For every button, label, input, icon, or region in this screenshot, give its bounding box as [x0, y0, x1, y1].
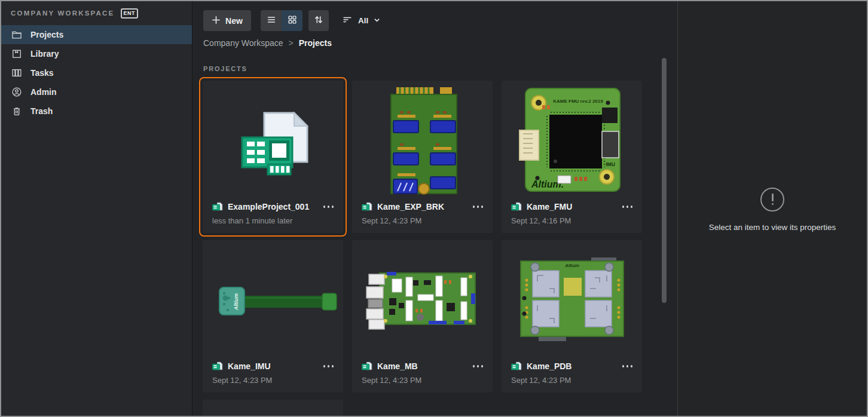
main-content: New All: [192, 1, 677, 416]
project-card-exampleproject-001[interactable]: ExampleProject_001 less than 1 minute la…: [203, 81, 343, 233]
view-toggle: [261, 10, 302, 31]
project-meta: Kame_MB Sept 12, 4:23 PM: [352, 360, 493, 385]
workspace-header: COMPANY WORKSPACE ENT: [1, 1, 192, 25]
app-window: COMPANY WORKSPACE ENT Projects Library T…: [0, 0, 868, 417]
vertical-scrollbar-thumb[interactable]: [662, 58, 667, 303]
project-modified: Sept 12, 4:16 PM: [511, 216, 632, 225]
filter-dropdown[interactable]: All: [342, 10, 380, 31]
more-menu-icon[interactable]: [622, 361, 633, 371]
section-label: PROJECTS: [203, 65, 247, 72]
breadcrumb-workspace[interactable]: Company Workspace: [203, 38, 283, 48]
project-thumbnail: Altium: [502, 240, 642, 360]
project-meta: ExampleProject_001 less than 1 minute la…: [203, 200, 343, 225]
project-name: Kame_IMU: [228, 361, 319, 371]
project-thumbnail: [203, 81, 343, 200]
filter-icon: [342, 14, 353, 27]
project-thumbnail: KAME FMU rev.2 2019 IMU Altium.: [502, 81, 642, 200]
plan-badge: ENT: [121, 8, 139, 19]
kanban-icon: [11, 67, 23, 79]
breadcrumb-separator: >: [289, 38, 294, 48]
project-name: Kame_PDB: [527, 361, 618, 371]
sidebar-item-admin[interactable]: Admin: [1, 82, 192, 102]
sort-button[interactable]: [308, 10, 329, 31]
plus-icon: [212, 16, 221, 26]
project-card-kame-fmu[interactable]: KAME FMU rev.2 2019 IMU Altium.: [502, 81, 642, 233]
project-modified: Sept 12, 4:23 PM: [212, 376, 334, 385]
project-name: Kame_MB: [377, 361, 468, 371]
board-imu-label: IMU: [606, 161, 615, 167]
sidebar-item-projects[interactable]: Projects: [1, 25, 192, 44]
info-alert-icon: [760, 188, 784, 211]
chevron-down-icon: [374, 16, 380, 25]
empty-state: Select an item to view its properties: [678, 188, 867, 232]
folder-icon: [11, 29, 23, 41]
project-modified: Sept 12, 4:23 PM: [362, 216, 483, 225]
svg-text:Altium: Altium: [564, 263, 579, 268]
project-thumbnail: [352, 240, 493, 360]
more-menu-icon[interactable]: [323, 361, 334, 371]
project-grid: ExampleProject_001 less than 1 minute la…: [203, 81, 642, 417]
more-menu-icon[interactable]: [473, 361, 484, 371]
sidebar-item-trash[interactable]: Trash: [1, 102, 192, 121]
more-menu-icon[interactable]: [323, 202, 334, 211]
library-icon: [11, 48, 23, 60]
project-card-partial[interactable]: [203, 400, 343, 417]
project-card-kame-mb[interactable]: Kame_MB Sept 12, 4:23 PM: [352, 240, 493, 393]
project-card-kame-exp-brk[interactable]: Kame_EXP_BRK Sept 12, 4:23 PM: [352, 81, 493, 233]
project-meta: Kame_FMU Sept 12, 4:16 PM: [502, 200, 642, 225]
list-icon: [266, 14, 277, 27]
project-modified: less than 1 minute later: [212, 216, 334, 225]
sidebar-item-label: Trash: [30, 106, 53, 116]
breadcrumb: Company Workspace > Projects: [203, 38, 332, 48]
sidebar: COMPANY WORKSPACE ENT Projects Library T…: [1, 1, 192, 416]
empty-state-message: Select an item to view its properties: [678, 223, 867, 232]
sidebar-item-tasks[interactable]: Tasks: [1, 63, 192, 82]
sidebar-item-label: Projects: [30, 30, 63, 39]
project-modified: Sept 12, 4:23 PM: [511, 376, 632, 385]
filter-value: All: [358, 16, 368, 25]
project-modified: Sept 12, 4:23 PM: [362, 376, 483, 385]
grid-icon: [287, 14, 298, 27]
project-card-kame-pdb[interactable]: Altium Kame_PDB Sept 12, 4:2: [502, 240, 642, 393]
sort-arrows-icon: [313, 14, 324, 27]
project-name: Kame_FMU: [527, 202, 618, 211]
sidebar-item-label: Library: [30, 49, 59, 59]
project-file-icon: [212, 361, 223, 371]
project-file-icon: [212, 202, 223, 211]
project-name: Kame_EXP_BRK: [377, 202, 468, 211]
board-title-text: KAME FMU rev.2 2019: [553, 99, 603, 104]
svg-text:Altium: Altium: [233, 293, 239, 311]
sidebar-item-label: Admin: [30, 87, 57, 97]
project-thumbnail: [352, 81, 493, 200]
project-thumbnail: Altium: [203, 240, 343, 360]
breadcrumb-current: Projects: [299, 38, 332, 48]
list-view-button[interactable]: [261, 10, 282, 31]
properties-panel: Select an item to view its properties: [677, 1, 867, 416]
more-menu-icon[interactable]: [622, 202, 633, 211]
sidebar-item-label: Tasks: [30, 68, 54, 78]
project-file-icon: [362, 202, 372, 211]
new-button-label: New: [225, 16, 243, 26]
user-icon: [11, 86, 23, 98]
project-meta: Kame_EXP_BRK Sept 12, 4:23 PM: [352, 200, 493, 225]
grid-view-button[interactable]: [282, 10, 302, 31]
project-file-icon: [511, 202, 522, 211]
new-button[interactable]: New: [203, 10, 251, 31]
project-meta: Kame_IMU Sept 12, 4:23 PM: [203, 360, 343, 385]
project-file-icon: [362, 361, 372, 371]
project-meta: Kame_PDB Sept 12, 4:23 PM: [502, 360, 642, 385]
workspace-name: COMPANY WORKSPACE: [11, 10, 115, 17]
project-file-icon: [511, 361, 522, 371]
project-card-kame-imu[interactable]: Altium Kame_IMU Sept 12, 4:2: [203, 240, 343, 393]
trash-icon: [11, 105, 23, 117]
more-menu-icon[interactable]: [473, 202, 484, 211]
sidebar-item-library[interactable]: Library: [1, 44, 192, 63]
project-name: ExampleProject_001: [228, 202, 319, 211]
